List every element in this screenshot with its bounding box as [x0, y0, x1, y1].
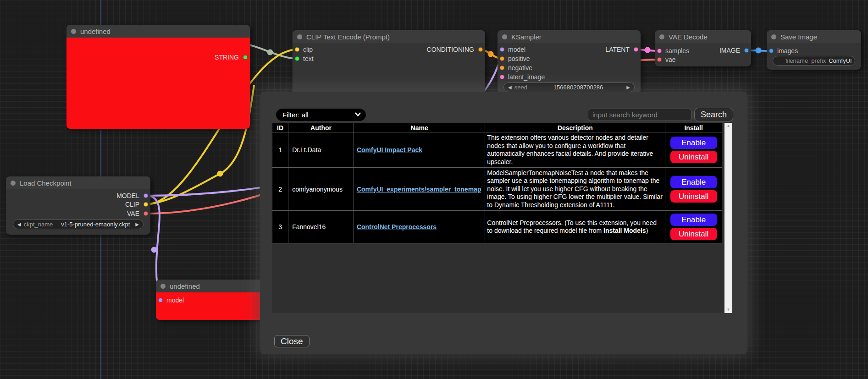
collapse-dot-icon[interactable] [11, 181, 16, 186]
input-slot-text[interactable]: text [295, 54, 314, 63]
decrement-arrow-icon[interactable]: ◀ [508, 85, 512, 90]
node-header[interactable]: CLIP Text Encode (Prompt) [293, 30, 485, 43]
vae-port-icon[interactable] [657, 57, 662, 62]
latent-port-icon[interactable] [657, 49, 662, 53]
output-slot-conditioning[interactable]: CONDITIONING [427, 45, 483, 54]
collapse-dot-icon[interactable] [160, 284, 166, 289]
cell-id: 3 [272, 211, 288, 243]
input-slot-images[interactable]: images [769, 46, 798, 55]
node-vae-decode[interactable]: VAE Decode samples vae IMAGE [655, 30, 751, 66]
wire-clip-dot[interactable] [217, 171, 223, 177]
input-slot-positive[interactable]: positive [500, 54, 530, 63]
input-slot-negative[interactable]: negative [500, 63, 532, 72]
node-undefined-top[interactable]: undefined STRING [66, 25, 250, 129]
image-port-icon[interactable] [744, 48, 749, 53]
collapse-dot-icon[interactable] [297, 34, 302, 39]
uninstall-button[interactable]: Uninstall [670, 190, 717, 203]
collapse-dot-icon[interactable] [71, 29, 76, 34]
input-slot-model[interactable]: model [158, 296, 184, 305]
uninstall-button[interactable]: Uninstall [670, 228, 717, 240]
input-slot-clip[interactable]: clip [295, 45, 313, 54]
node-header[interactable]: Load Checkpoint [6, 176, 150, 189]
search-button[interactable]: Search [694, 108, 733, 121]
input-slot-latent-image[interactable]: latent_image [500, 72, 545, 82]
filename-prefix-widget[interactable]: filename_prefix ComfyUI [773, 56, 855, 66]
table-scrollbar[interactable]: ▲ ▼ [724, 123, 732, 313]
input-slot-vae[interactable]: vae [657, 55, 676, 64]
model-port-icon[interactable] [158, 298, 163, 302]
wire-image-dot[interactable] [756, 48, 762, 54]
text-port-icon[interactable] [295, 56, 299, 61]
wire-conditioning-dot[interactable] [488, 51, 494, 57]
widget-label: filename_prefix [785, 57, 826, 64]
conditioning-port-icon[interactable] [500, 56, 504, 61]
col-header-id: ID [272, 123, 288, 132]
cell-author: Fannovel16 [288, 211, 354, 243]
enable-button[interactable]: Enable [670, 214, 717, 226]
collapse-dot-icon[interactable] [771, 34, 776, 39]
widget-value[interactable]: v1-5-pruned-emaonly.ckpt [55, 221, 135, 228]
scroll-down-icon[interactable]: ▼ [727, 308, 730, 312]
extension-table-container[interactable]: ID Author Name Description Install 1 Dr.… [272, 123, 732, 313]
node-save-image[interactable]: Save Image images filename_prefix ComfyU… [767, 30, 861, 70]
node-title: CLIP Text Encode (Prompt) [306, 33, 390, 41]
scroll-up-icon[interactable]: ▲ [727, 124, 730, 128]
output-slot-model[interactable]: MODEL [116, 191, 148, 200]
ckpt-name-widget[interactable]: ◀ ckpt_name v1-5-pruned-emaonly.ckpt ▶ [13, 220, 144, 229]
string-port-icon[interactable] [243, 55, 248, 60]
output-slot-vae[interactable]: VAE [127, 209, 148, 218]
clip-port-icon[interactable] [295, 47, 299, 52]
conditioning-port-icon[interactable] [500, 66, 504, 70]
cell-description: ControlNet Preprocessors. (To use this e… [485, 211, 665, 243]
latent-port-icon[interactable] [634, 47, 638, 52]
enable-button[interactable]: Enable [670, 176, 717, 188]
vae-port-icon[interactable] [144, 211, 148, 216]
table-row: 1 Dr.Lt.Data ComfyUI Impact Pack This ex… [272, 132, 722, 168]
model-port-icon[interactable] [144, 193, 148, 198]
node-ksampler[interactable]: KSampler model positive negative latent_… [498, 30, 641, 94]
table-row: 2 comfyanonymous ComfyUI_experiments/sam… [272, 168, 722, 211]
extension-link[interactable]: ComfyUI_experiments/sampler_tonemap [357, 186, 481, 193]
comfyui-canvas[interactable]: undefined STRING CLIP Text Encode (Promp… [0, 0, 868, 379]
extension-link[interactable]: ComfyUI Impact Pack [357, 146, 422, 154]
node-header[interactable]: undefined [66, 25, 250, 38]
input-slot-model[interactable]: model [500, 45, 525, 54]
latent-port-icon[interactable] [500, 75, 504, 79]
wire-model-dot[interactable] [151, 247, 157, 253]
node-title: Save Image [780, 33, 817, 41]
extension-link[interactable]: ControlNet Preprocessors [357, 223, 437, 231]
seed-widget[interactable]: ◀ seed 156680208700286 ▶ [503, 82, 635, 92]
enable-button[interactable]: Enable [670, 137, 717, 149]
output-slot-latent[interactable]: LATENT [605, 45, 638, 54]
uninstall-button[interactable]: Uninstall [670, 151, 717, 163]
input-slot-samples[interactable]: samples [657, 46, 689, 55]
wire-latent-dot[interactable] [645, 47, 651, 53]
conditioning-port-icon[interactable] [478, 47, 483, 52]
search-input[interactable] [588, 109, 691, 121]
node-header[interactable]: VAE Decode [655, 30, 751, 43]
close-button[interactable]: Close [274, 335, 310, 347]
increment-arrow-icon[interactable]: ▶ [135, 222, 139, 227]
node-header[interactable]: KSampler [498, 30, 641, 43]
node-clip-text-encode[interactable]: CLIP Text Encode (Prompt) clip text COND… [293, 30, 485, 97]
widget-label: seed [514, 84, 527, 91]
collapse-dot-icon[interactable] [659, 34, 664, 39]
output-slot-clip[interactable]: CLIP [125, 200, 148, 209]
widget-label: ckpt_name [24, 221, 53, 228]
node-load-checkpoint[interactable]: Load Checkpoint MODEL CLIP VAE ◀ ckpt_na… [6, 176, 150, 235]
wire-string-dot[interactable] [267, 49, 273, 55]
increment-arrow-icon[interactable]: ▶ [626, 85, 630, 90]
model-port-icon[interactable] [500, 47, 504, 52]
clip-port-icon[interactable] [144, 202, 148, 207]
collapse-dot-icon[interactable] [502, 34, 507, 39]
widget-value[interactable]: 156680208700286 [530, 84, 626, 91]
cell-id: 1 [272, 132, 288, 168]
filter-select[interactable]: Filter: all [276, 109, 366, 121]
image-port-icon[interactable] [769, 49, 774, 53]
widget-value[interactable]: ComfyUI [829, 57, 857, 64]
node-header[interactable]: Save Image [767, 30, 861, 43]
cell-author: comfyanonymous [288, 168, 354, 211]
output-slot-string[interactable]: STRING [215, 53, 248, 62]
decrement-arrow-icon[interactable]: ◀ [17, 222, 21, 227]
output-slot-image[interactable]: IMAGE [719, 46, 749, 55]
